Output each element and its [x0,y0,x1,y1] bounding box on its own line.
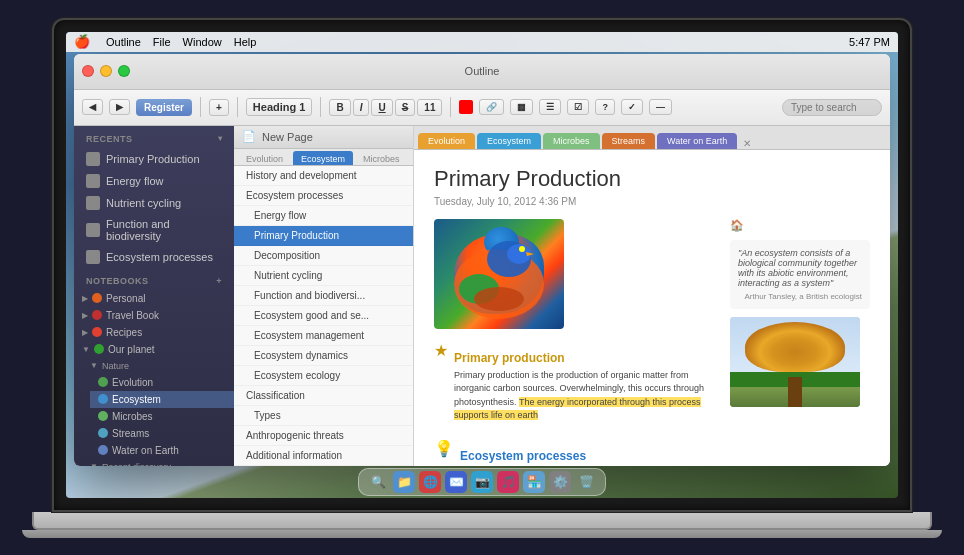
doc-tab-water[interactable]: Water on Earth [657,133,737,149]
sidebar-item-nutrient-cycling[interactable]: Nutrient cycling [74,192,234,214]
nature-water[interactable]: Water on Earth [90,442,234,459]
doc-content: Primary Production Tuesday, July 10, 201… [414,150,890,466]
doc-tabs: Evolution Ecosystem Microbes Streams Wat… [414,126,890,150]
document-title: Primary Production [434,166,870,192]
outline-item-6[interactable]: Function and biodiversi... [234,286,413,306]
sidebar-item-function[interactable]: Function and biodiversity [74,214,234,246]
outline-item-8[interactable]: Ecosystem management [234,326,413,346]
recents-chevron[interactable]: ▾ [218,134,223,143]
font-size-button[interactable]: 11 [417,99,442,116]
list-button[interactable]: ☰ [539,99,561,115]
outline-item-4[interactable]: Decomposition [234,246,413,266]
section-text-primary: Primary production is the production of … [454,369,714,423]
doc-tab-streams[interactable]: Streams [602,133,656,149]
link-button[interactable]: 🔗 [479,99,504,115]
color-indicator[interactable] [459,100,473,114]
notebook-our-planet[interactable]: ▼ Our planet [74,341,234,358]
svg-point-4 [474,287,524,311]
table-button[interactable]: ▦ [510,99,533,115]
dock-icon-finder[interactable]: 🔍 [367,471,389,493]
check-button[interactable]: ✓ [621,99,643,115]
menu-help[interactable]: Help [234,36,257,48]
sidebar-item-energy-flow[interactable]: Energy flow [74,170,234,192]
search-input[interactable] [782,99,882,116]
register-button[interactable]: Register [136,99,192,116]
doc-tab-microbes[interactable]: Microbes [543,133,600,149]
back-button[interactable]: ◀ [82,99,103,115]
apple-menu[interactable]: 🍎 [74,34,90,49]
recents-header: RECENTS ▾ [74,126,234,148]
dash-button[interactable]: — [649,99,672,115]
dock-icon-folder[interactable]: 📁 [393,471,415,493]
new-page-icon: 📄 [242,130,256,143]
menu-bar-right: 5:47 PM [849,36,890,48]
sidebar-item-primary-production[interactable]: Primary Production [74,148,234,170]
add-notebook-button[interactable]: + [216,276,222,286]
menu-bar: 🍎 Outline File Window Help 5:47 PM [66,32,898,52]
minimize-button[interactable] [100,65,112,77]
folder-nature[interactable]: ▼ Nature [82,358,234,374]
app-window: Outline ◀ ▶ Register + Heading 1 B I U [74,54,890,466]
outline-item-2[interactable]: Energy flow [234,206,413,226]
macbook-chin [32,512,932,530]
dock-icon-browser[interactable]: 🌐 [419,471,441,493]
nature-microbes[interactable]: Microbes [90,408,234,425]
outline-item-11[interactable]: Classification [234,386,413,406]
quote-box: "An ecosystem consists of a biological c… [730,240,870,309]
bird-image [434,219,564,329]
nature-ecosystem[interactable]: Ecosystem [90,391,234,408]
dock-icon-settings[interactable]: ⚙️ [549,471,571,493]
dock-icon-mail[interactable]: ✉️ [445,471,467,493]
doc-icon-3 [86,196,100,210]
add-button[interactable]: + [209,99,229,116]
sidebar-item-ecosystem-processes[interactable]: Ecosystem processes [74,246,234,268]
folder-recent-discovery[interactable]: ▼ Recent discovery [82,459,234,466]
dock-icon-store[interactable]: 🏪 [523,471,545,493]
document-date: Tuesday, July 10, 2012 4:36 PM [434,196,870,207]
dock-icon-trash[interactable]: 🗑️ [575,471,597,493]
outline-item-14[interactable]: Additional information [234,446,413,466]
dock-icon-music[interactable]: 🎵 [497,471,519,493]
notebook-personal[interactable]: ▶ Personal [74,290,234,307]
menu-outline[interactable]: Outline [106,36,141,48]
doc-tab-evolution[interactable]: Evolution [418,133,475,149]
close-button[interactable] [82,65,94,77]
outline-item-0[interactable]: History and development [234,166,413,186]
outline-item-5[interactable]: Nutrient cycling [234,266,413,286]
menu-window[interactable]: Window [183,36,222,48]
heading-select[interactable]: Heading 1 [246,98,313,116]
checklist-button[interactable]: ☑ [567,99,589,115]
notebook-travel[interactable]: ▶ Travel Book [74,307,234,324]
doc-tab-ecosystem[interactable]: Ecosystem [477,133,541,149]
outline-item-10[interactable]: Ecosystem ecology [234,366,413,386]
nature-evolution[interactable]: Evolution [90,374,234,391]
forward-button[interactable]: ▶ [109,99,130,115]
underline-button[interactable]: U [371,99,392,116]
doc-icon-2 [86,174,100,188]
macbook-outer: 🍎 Outline File Window Help 5:47 PM [32,18,932,538]
tree-trunk [788,377,802,407]
menu-file[interactable]: File [153,36,171,48]
bold-button[interactable]: B [329,99,350,116]
help-button[interactable]: ? [595,99,615,115]
maximize-button[interactable] [118,65,130,77]
italic-button[interactable]: I [353,99,370,116]
notebook-recipes[interactable]: ▶ Recipes [74,324,234,341]
outline-item-1[interactable]: Ecosystem processes [234,186,413,206]
close-tab-button[interactable]: ✕ [743,138,751,149]
doc-icon-1 [86,152,100,166]
tab-microbes[interactable]: Microbes [355,151,408,165]
outline-item-13[interactable]: Anthropogenic threats [234,426,413,446]
outline-item-7[interactable]: Ecosystem good and se... [234,306,413,326]
title-bar: Outline [74,54,890,90]
dock-icon-photos[interactable]: 📷 [471,471,493,493]
section-ecosystem-processes: 💡 Ecosystem processes Energy and carbon … [434,439,714,466]
tab-ecosystem[interactable]: Ecosystem [293,151,353,165]
tab-evolution[interactable]: Evolution [238,151,291,165]
outline-item-12[interactable]: Types [234,406,413,426]
outline-item-3[interactable]: Primary Production [234,226,413,246]
strikethrough-button[interactable]: S [395,99,416,116]
nature-streams[interactable]: Streams [90,425,234,442]
outline-item-9[interactable]: Ecosystem dynamics [234,346,413,366]
outline-tabs: Evolution Ecosystem Microbes [234,149,413,166]
